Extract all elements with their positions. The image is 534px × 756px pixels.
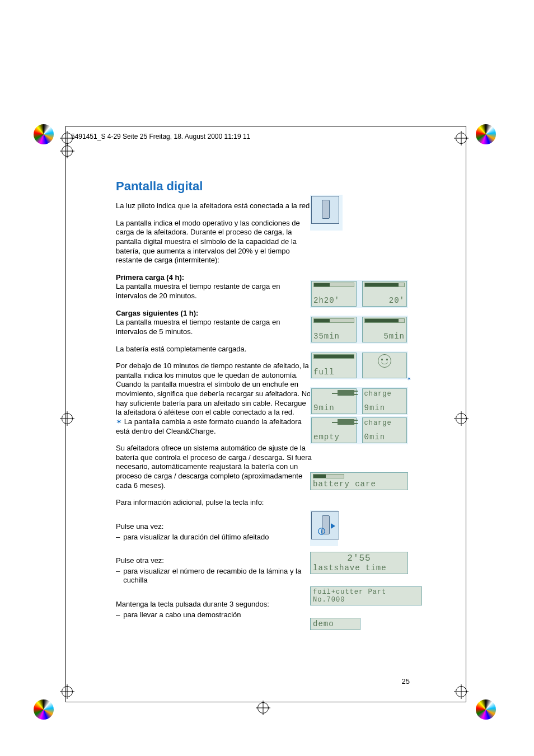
- first-charge-block: Primera carga (4 h): La pantalla muestra…: [116, 273, 313, 301]
- lcd-full: full ✶: [310, 351, 408, 379]
- plug-icon: [338, 419, 354, 425]
- page-number: 25: [402, 677, 410, 685]
- registration-mark-icon: [62, 686, 73, 697]
- illustration-column: 2h20' 20' 35min 5min full ✶ 9min charge9…: [310, 195, 408, 630]
- info-button-icon: ⓘ: [318, 527, 325, 537]
- below-10min-text: Por debajo de 10 minutos de tiempo resta…: [116, 361, 313, 417]
- next-charge-block: Cargas siguientes (1 h): La pantalla mue…: [116, 309, 313, 337]
- registration-mark-icon: [257, 702, 269, 713]
- press-once-bullet: –para visualizar la duración del último …: [116, 533, 313, 542]
- lcd-next-charge: 35min 5min: [310, 316, 408, 344]
- registration-mark-icon: [456, 413, 467, 424]
- body-text-column: Pantalla digital La luz piloto indica qu…: [116, 179, 313, 619]
- press-again-bullet: –para visualizar el número de recambio d…: [116, 567, 313, 585]
- battery-full-text: La batería está completamente cargada.: [116, 345, 313, 354]
- auto-adjust-text: Su afeitadora ofrece un sistema automáti…: [116, 444, 313, 490]
- next-charge-text: La pantalla muestra el tiempo restante d…: [116, 318, 280, 336]
- lcd-first-charge: 2h20' 20': [310, 280, 408, 308]
- lcd-empty: empty charge0min: [310, 416, 408, 444]
- star-icon: ✶: [407, 375, 411, 382]
- registration-mark-icon: [456, 133, 467, 144]
- lcd-last-shave: 2'55 lastshave time: [310, 552, 408, 574]
- shaver-top-icon: [310, 195, 343, 231]
- registration-mark-icon: [456, 686, 467, 697]
- lcd-foil-cutter: foil+cutter Part No.7000: [310, 586, 422, 605]
- intro-paragraph-2: La pantalla indica el modo operativo y l…: [116, 219, 313, 265]
- hold-3s-bullet: –para llevar a cabo una demostración: [116, 611, 313, 620]
- lcd-low-charge-9min: 9min charge9min: [310, 387, 408, 415]
- print-header: 5491451_S 4-29 Seite 25 Freitag, 18. Aug…: [71, 133, 250, 140]
- hold-3s-label: Mantenga la tecla pulsada durante 3 segu…: [116, 600, 313, 609]
- star-icon: ✶: [116, 417, 124, 426]
- registration-mark-icon: [62, 145, 73, 157]
- first-charge-text: La pantalla muestra el tiempo restante d…: [116, 282, 280, 300]
- lcd-battery-care: battery care: [310, 472, 408, 490]
- lcd-demo: demo: [310, 618, 360, 630]
- plug-icon: [338, 390, 354, 396]
- clean-charge-note: ✶ La pantalla cambia a este formato cuan…: [116, 417, 313, 436]
- press-once-label: Pulse una vez:: [116, 522, 313, 532]
- next-charge-heading: Cargas siguientes (1 h):: [116, 309, 198, 317]
- intro-paragraph-1: La luz piloto indica que la afeitadora e…: [116, 201, 313, 211]
- color-rosette-icon: [476, 124, 496, 144]
- color-rosette-icon: [34, 124, 54, 144]
- color-rosette-icon: [476, 699, 496, 720]
- first-charge-heading: Primera carga (4 h):: [116, 273, 184, 281]
- page-title: Pantalla digital: [116, 179, 313, 194]
- registration-mark-icon: [62, 413, 73, 424]
- color-rosette-icon: [34, 699, 54, 720]
- info-key-hint: Para información adicional, pulse la tec…: [116, 498, 313, 508]
- arrow-right-icon: [331, 523, 335, 529]
- shaver-info-icon: ⓘ: [310, 510, 338, 546]
- press-again-label: Pulse otra vez:: [116, 556, 313, 566]
